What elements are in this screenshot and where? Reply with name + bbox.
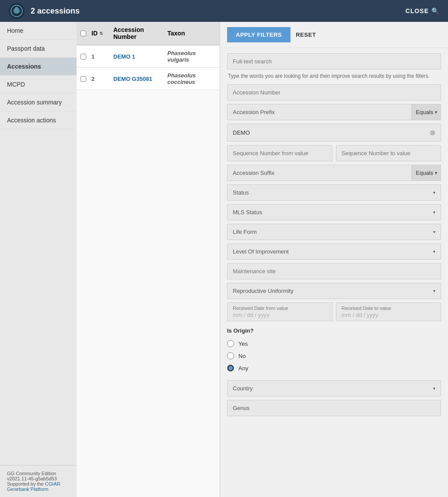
row-num-1: 1: [90, 45, 112, 67]
is-origin-section: Is Origin? Yes No Any: [227, 325, 441, 377]
mls-status-field[interactable]: MLS Status ▾: [227, 204, 441, 220]
is-origin-yes-label: Yes: [238, 341, 248, 347]
received-date-from-field[interactable]: Received Date from value mm / dd / yyyy: [227, 302, 332, 321]
sidebar-footer: GG Community Edition v2021.11-45-g5ab5d5…: [0, 465, 77, 497]
full-text-search-field[interactable]: [227, 53, 441, 70]
row-checkbox-1[interactable]: [77, 45, 90, 67]
version-label: v2021.11-45-g5ab5d53: [7, 476, 70, 481]
mls-status-label: MLS Status: [233, 209, 433, 215]
is-origin-no-option[interactable]: No: [227, 350, 441, 362]
country-field[interactable]: Country ▾: [227, 380, 441, 396]
genus-field[interactable]: Genus: [227, 400, 441, 416]
chevron-down-icon: ▾: [433, 190, 435, 195]
table-row: 2 DEMO G35081 Phaseolus coccineus: [77, 68, 220, 90]
accession-prefix-value-field[interactable]: ⊗: [227, 124, 441, 142]
accession-prefix-value-input[interactable]: [233, 129, 426, 136]
life-form-field[interactable]: Life Form ▾: [227, 224, 441, 240]
edition-label: GG Community Edition: [7, 471, 70, 476]
page-title: 2 accessions: [31, 7, 406, 16]
accession-number-input[interactable]: [233, 89, 435, 96]
checkbox-all[interactable]: [80, 31, 86, 36]
received-date-from-label: Received Date from value: [233, 306, 327, 311]
row-taxon-1: Phaseolus vulgaris: [166, 45, 220, 67]
close-button[interactable]: CLOSE 🔍: [406, 7, 439, 14]
chevron-down-icon: ▾: [435, 110, 437, 115]
sidebar-item-accession-actions[interactable]: Accession actions: [0, 111, 77, 129]
col-header-taxon: Taxon: [166, 22, 220, 45]
full-text-note: Type the words you are looking for and t…: [227, 73, 441, 81]
accession-suffix-field: Accession Suffix Equals ▾: [227, 165, 441, 181]
accession-prefix-field: Accession Prefix Equals ▾: [227, 104, 441, 120]
accession-number-field[interactable]: [227, 84, 441, 101]
chevron-down-icon: ▾: [433, 288, 435, 293]
is-origin-any-radio[interactable]: [227, 365, 234, 372]
sequence-to-input[interactable]: [342, 150, 436, 156]
accession-prefix-operator[interactable]: Equals ▾: [412, 104, 441, 120]
filter-body: Type the words you are looking for and t…: [220, 48, 448, 421]
sidebar-item-accession-summary[interactable]: Accession summary: [0, 94, 77, 111]
chevron-down-icon: ▾: [435, 170, 437, 175]
apply-filters-button[interactable]: APPLY FILTERS: [227, 27, 290, 42]
sidebar-item-home[interactable]: Home: [0, 22, 77, 40]
is-origin-yes-radio[interactable]: [227, 340, 234, 347]
col-header-accession: Accession Number: [112, 22, 166, 45]
app-header: 2 accessions CLOSE 🔍: [0, 0, 448, 22]
row-accnum-1[interactable]: DEMO 1: [112, 45, 166, 67]
table-row: 1 DEMO 1 Phaseolus vulgaris: [77, 45, 220, 68]
received-date-to-input[interactable]: mm / dd / yyyy: [342, 312, 436, 318]
sequence-from-field[interactable]: [227, 145, 332, 161]
filter-panel: APPLY FILTERS RESET Type the words you a…: [220, 22, 448, 497]
sequence-to-field[interactable]: [336, 145, 441, 161]
maintenance-site-input[interactable]: [233, 268, 435, 275]
sort-icon: ⇅: [99, 31, 103, 36]
accession-prefix-label: Accession Prefix: [228, 104, 412, 120]
results-table: ID ⇅ Accession Number Taxon 1 DEMO 1 Pha…: [77, 22, 220, 497]
received-date-to-field[interactable]: Received Date to value mm / dd / yyyy: [336, 302, 441, 321]
close-icon: 🔍: [431, 7, 439, 14]
genus-label: Genus: [233, 405, 435, 411]
is-origin-any-option[interactable]: Any: [227, 362, 441, 374]
row-accnum-2[interactable]: DEMO G35081: [112, 68, 166, 90]
clear-prefix-icon[interactable]: ⊗: [430, 129, 435, 137]
sidebar: Home Passport data Accessions MCPD Acces…: [0, 22, 77, 497]
sidebar-item-passport-data[interactable]: Passport data: [0, 40, 77, 58]
sequence-from-input[interactable]: [233, 150, 327, 156]
is-origin-no-radio[interactable]: [227, 352, 234, 359]
country-label: Country: [233, 385, 433, 392]
maintenance-site-field[interactable]: [227, 263, 441, 279]
chevron-down-icon: ▾: [433, 210, 435, 215]
life-form-label: Life Form: [233, 229, 433, 235]
chevron-down-icon: ▾: [433, 386, 435, 391]
is-origin-label: Is Origin?: [227, 327, 441, 334]
row-checkbox-2[interactable]: [77, 68, 90, 90]
reproductive-uniformity-label: Reproductive Uniformity: [233, 288, 433, 294]
row-num-2: 2: [90, 68, 112, 90]
level-of-improvement-label: Level Of Improvement: [233, 248, 433, 255]
sidebar-item-accessions[interactable]: Accessions: [0, 58, 77, 76]
is-origin-no-label: No: [238, 353, 246, 359]
reproductive-uniformity-field[interactable]: Reproductive Uniformity ▾: [227, 283, 441, 299]
status-label: Status: [233, 189, 433, 196]
app-logo: [9, 3, 24, 19]
received-date-row: Received Date from value mm / dd / yyyy …: [227, 302, 441, 321]
is-origin-yes-option[interactable]: Yes: [227, 337, 441, 350]
filter-toolbar: APPLY FILTERS RESET: [220, 22, 448, 48]
accession-suffix-label: Accession Suffix: [228, 165, 412, 181]
close-label: CLOSE: [406, 7, 429, 14]
accession-suffix-operator[interactable]: Equals ▾: [412, 165, 441, 181]
sequence-number-row: [227, 145, 441, 161]
level-of-improvement-field[interactable]: Level Of Improvement ▾: [227, 243, 441, 260]
select-all-checkbox[interactable]: [77, 22, 90, 45]
received-date-from-input[interactable]: mm / dd / yyyy: [233, 312, 327, 318]
chevron-down-icon: ▾: [433, 249, 435, 254]
full-text-search-input[interactable]: [233, 58, 435, 65]
sidebar-item-mcpd[interactable]: MCPD: [0, 76, 77, 94]
table-header: ID ⇅ Accession Number Taxon: [77, 22, 220, 45]
col-header-id[interactable]: ID ⇅: [90, 22, 112, 45]
is-origin-any-label: Any: [238, 365, 248, 372]
received-date-to-label: Received Date to value: [342, 306, 436, 311]
row-taxon-2: Phaseolus coccineus: [166, 68, 220, 90]
status-field[interactable]: Status ▾: [227, 184, 441, 201]
reset-button[interactable]: RESET: [296, 31, 316, 38]
support-text: Supported by the CGIAR Genebank Platform: [7, 481, 70, 492]
